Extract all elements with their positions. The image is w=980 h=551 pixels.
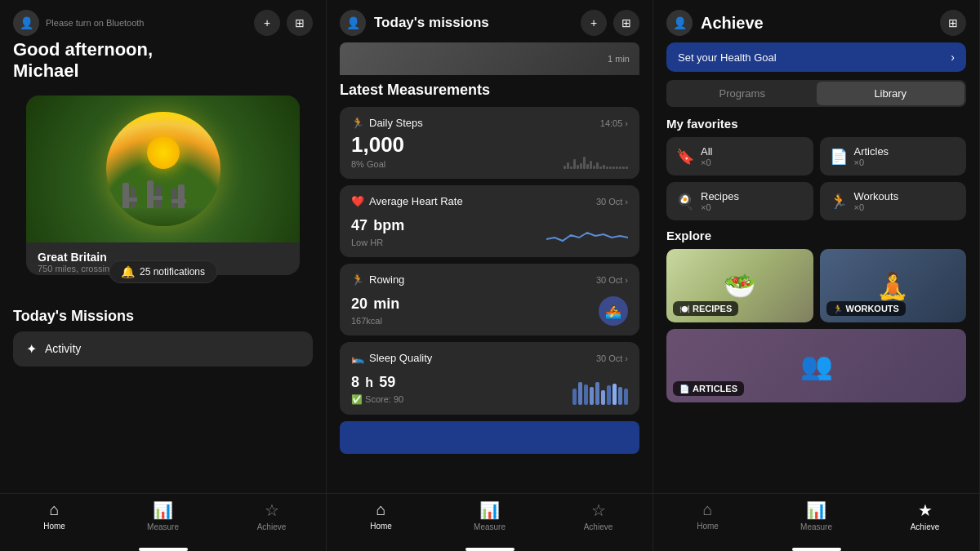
tab-library[interactable]: Library <box>817 82 965 105</box>
fav-articles-count: ×0 <box>854 158 889 167</box>
heartrate-sub: Low HR <box>351 238 404 247</box>
settings-button-2[interactable]: ⊞ <box>613 10 639 36</box>
favorites-title: My favorites <box>666 117 966 131</box>
tab-programs[interactable]: Programs <box>668 82 817 105</box>
nav-home-2[interactable]: ⌂ Home <box>327 500 435 531</box>
sleep-icon: 🛌 <box>351 352 364 364</box>
rowing-card[interactable]: 🏃 Rowing 30 Oct › 20 min 167kcal <box>340 264 639 335</box>
rowing-activity-icon: 🚣 <box>599 296 628 326</box>
tab-row: Programs Library <box>666 80 966 107</box>
favorites-grid: 🔖 All ×0 📄 Articles ×0 🍳 R <box>666 137 966 220</box>
health-goal-banner[interactable]: Set your Health Goal › <box>666 42 966 72</box>
sleep-value: 8 h 59 <box>351 367 403 393</box>
achieve-scroll: My favorites 🔖 All ×0 📄 Articles ×0 <box>653 117 979 493</box>
nav-measure-3[interactable]: 📊 Measure <box>762 500 871 531</box>
panel-missions: 👤 Today's missions + ⊞ 1 min Latest Meas… <box>327 0 653 551</box>
notifications-count: 25 notifications <box>140 266 205 278</box>
achieve-header: 👤 Achieve ⊞ <box>653 0 979 42</box>
sleep-chart <box>572 380 628 405</box>
mission-label: Activity <box>45 342 81 355</box>
achieve-label: Achieve <box>257 522 287 531</box>
explore-recipes[interactable]: 🥗 🍽️ RECIPES <box>666 249 813 322</box>
measure-icon: 📊 <box>153 500 173 520</box>
fav-articles[interactable]: 📄 Articles ×0 <box>820 137 967 176</box>
sleep-row: 8 h 59 ✅ Score: 90 <box>351 367 628 405</box>
heartrate-icon: ❤️ <box>351 195 364 207</box>
recipes-fav-icon: 🍳 <box>676 193 694 211</box>
home-icon: ⌂ <box>49 500 59 519</box>
nav-achieve-3[interactable]: ★ Achieve <box>871 500 979 531</box>
nav-achieve-2[interactable]: ☆ Achieve <box>544 500 653 531</box>
fav-recipes-count: ×0 <box>701 202 739 212</box>
missions-scroll: 1 min Latest Measurements 🏃 Daily Steps … <box>327 42 653 493</box>
heartrate-value: 47 bpm <box>351 211 404 236</box>
achieve-icon-3: ★ <box>918 500 933 520</box>
steps-sub: 8% Goal <box>351 159 404 169</box>
nav-measure[interactable]: 📊 Measure <box>109 500 217 531</box>
add-button-2[interactable]: + <box>581 10 607 36</box>
home-header: 👤 Please turn on Bluetooth Good afternoo… <box>0 0 326 89</box>
missions-header: 👤 Today's missions + ⊞ <box>327 0 653 42</box>
bottom-nav-1: ⌂ Home 📊 Measure ☆ Achieve <box>0 493 326 544</box>
add-button[interactable]: + <box>254 10 280 36</box>
recipes-label-icon: 🍽️ <box>679 304 689 313</box>
sleep-date: 30 Oct › <box>596 353 628 363</box>
rowing-value: 20 min <box>351 289 399 314</box>
bottom-nav-2: ⌂ Home 📊 Measure ☆ Achieve <box>327 493 653 544</box>
steps-header: 🏃 Daily Steps 14:05 › <box>351 117 628 129</box>
settings-button[interactable]: ⊞ <box>287 10 313 36</box>
explore-articles[interactable]: 👥 📄 ARTICLES <box>666 329 966 402</box>
teaser-image: 1 min <box>340 42 639 75</box>
rowing-header: 🏃 Rowing 30 Oct › <box>351 273 628 286</box>
missions-title: Today's Missions <box>13 308 313 325</box>
rowing-sub: 167kcal <box>351 316 399 326</box>
activity-icon: ✦ <box>26 341 37 357</box>
steps-icon: 🏃 <box>351 117 364 129</box>
fav-workouts[interactable]: 🏃 Workouts ×0 <box>820 182 967 220</box>
sleep-header: 🛌 Sleep Quality 30 Oct › <box>351 352 628 364</box>
home-label-2: Home <box>370 522 392 531</box>
fav-all-name: All <box>701 145 712 158</box>
sleep-card[interactable]: 🛌 Sleep Quality 30 Oct › 8 h 59 <box>340 342 639 415</box>
achieve-settings-btn[interactable]: ⊞ <box>940 10 966 36</box>
rowing-icon: 🏃 <box>351 273 364 286</box>
steps-name: 🏃 Daily Steps <box>351 117 423 129</box>
heartrate-card[interactable]: ❤️ Average Heart Rate 30 Oct › 47 bpm <box>340 185 639 257</box>
workouts-person-icon: 🧘 <box>876 270 909 301</box>
user-info: 👤 Please turn on Bluetooth Good afternoo… <box>13 10 153 82</box>
nav-home-3[interactable]: ⌂ Home <box>653 500 762 531</box>
explore-title: Explore <box>666 229 966 242</box>
notifications-badge[interactable]: 🔔 25 notifications <box>109 260 217 283</box>
achieve-icon: ☆ <box>265 500 279 520</box>
explore-workouts[interactable]: 🧘 🏃 WORKOUTS <box>820 249 967 322</box>
achieve-title: Achieve <box>701 14 764 33</box>
mission-card[interactable]: ✦ Activity <box>13 331 313 367</box>
measure-icon-2: 📊 <box>479 500 500 520</box>
nav-home[interactable]: ⌂ Home <box>0 500 109 531</box>
fav-recipes[interactable]: 🍳 Recipes ×0 <box>666 182 813 220</box>
sleep-name: 🛌 Sleep Quality <box>351 352 432 364</box>
fav-all[interactable]: 🔖 All ×0 <box>666 137 813 176</box>
measure-label-3: Measure <box>800 522 832 531</box>
home-scroll: Great Britain 750 miles, crossing Great … <box>0 89 326 493</box>
nav-measure-2[interactable]: 📊 Measure <box>435 500 544 531</box>
heartrate-date: 30 Oct › <box>596 197 628 207</box>
avatar-row: 👤 Please turn on Bluetooth <box>13 10 153 36</box>
steps-card[interactable]: 🏃 Daily Steps 14:05 › 1,000 8% Goal <box>340 107 639 179</box>
bottom-nav-3: ⌂ Home 📊 Measure ★ Achieve <box>653 493 979 544</box>
missions-section: Today's Missions ✦ Activity <box>0 295 326 373</box>
home-icon-2: ⌂ <box>376 500 385 519</box>
achieve-icon-2: ☆ <box>591 500 606 520</box>
fav-articles-name: Articles <box>854 145 889 158</box>
explore-grid-top: 🥗 🍽️ RECIPES 🧘 🏃 WORKOUTS <box>666 249 966 322</box>
nav-achieve[interactable]: ☆ Achieve <box>217 500 326 531</box>
articles-fav-icon: 📄 <box>830 148 848 166</box>
steps-date: 14:05 › <box>600 118 628 128</box>
home-indicator-2 <box>466 548 514 551</box>
measurements-section: Latest Measurements 🏃 Daily Steps 14:05 … <box>327 75 653 415</box>
workouts-label-icon: 🏃 <box>833 304 843 313</box>
heartrate-chart <box>546 223 628 247</box>
fav-workouts-count: ×0 <box>854 202 899 212</box>
challenge-card[interactable]: Great Britain 750 miles, crossing Great … <box>26 96 300 275</box>
fav-workouts-name: Workouts <box>854 190 899 202</box>
